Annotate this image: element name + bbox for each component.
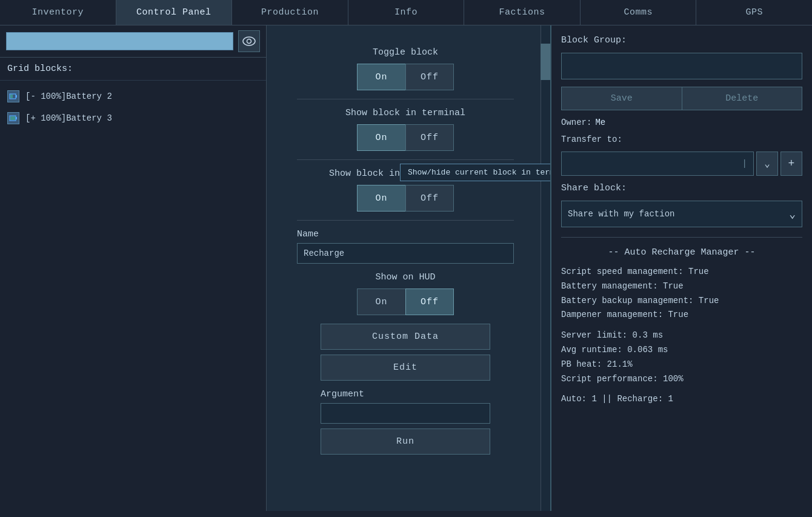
divider-3 bbox=[297, 220, 514, 221]
name-label: Name bbox=[297, 229, 514, 239]
transfer-dropdown[interactable]: | bbox=[561, 152, 754, 176]
eye-button[interactable] bbox=[238, 30, 260, 52]
show-toolbar-buttons: On Off bbox=[357, 185, 454, 212]
show-hud-label: Show on HUD bbox=[375, 272, 435, 282]
info-line-3: Dampener management: True bbox=[561, 308, 802, 322]
svg-rect-3 bbox=[16, 95, 17, 98]
block-list: [- 100%]Battery 2 [+ 100%]Battery 3 bbox=[0, 81, 266, 511]
search-bar bbox=[0, 25, 266, 58]
delete-button[interactable]: Delete bbox=[682, 87, 803, 110]
auto-recharge-title: -- Auto Recharge Manager -- bbox=[561, 247, 802, 258]
block-name: [- 100%]Battery 2 bbox=[25, 92, 112, 101]
transfer-dropdown-arrow[interactable]: ⌄ bbox=[756, 152, 778, 176]
transfer-label: Transfer to: bbox=[561, 135, 802, 144]
run-button[interactable]: Run bbox=[321, 429, 490, 455]
show-terminal-buttons: On Off bbox=[357, 124, 454, 151]
tab-gps[interactable]: GPS bbox=[696, 0, 812, 25]
info-line-0: Script speed management: True bbox=[561, 265, 802, 279]
info-line-10: Auto: 1 || Recharge: 1 bbox=[561, 392, 802, 407]
toggle-block-label: Toggle block bbox=[373, 47, 438, 58]
transfer-row: | ⌄ + bbox=[561, 152, 802, 176]
show-toolbar-off-button[interactable]: Off bbox=[405, 185, 454, 212]
center-panel: Toggle block On Off Show block in termin… bbox=[267, 25, 551, 511]
center-content: Toggle block On Off Show block in termin… bbox=[267, 25, 550, 479]
tab-factions[interactable]: Factions bbox=[464, 0, 581, 25]
info-line-8: Script performance: 100% bbox=[561, 372, 802, 387]
battery-icon bbox=[7, 112, 19, 124]
toggle-block-buttons: On Off bbox=[357, 64, 454, 90]
grid-blocks-label: Grid blocks: bbox=[0, 58, 266, 81]
share-dropdown-arrow[interactable]: ⌄ bbox=[789, 207, 796, 221]
edit-button[interactable]: Edit bbox=[321, 355, 490, 381]
name-section: Name bbox=[297, 229, 514, 264]
info-line-6: Avg runtime: 0.063 ms bbox=[561, 343, 802, 358]
tab-info[interactable]: Info bbox=[348, 0, 465, 25]
info-line-7: PB heat: 21.1% bbox=[561, 358, 802, 372]
divider-1 bbox=[297, 99, 514, 99]
show-toolbar-on-button[interactable]: On bbox=[357, 185, 405, 212]
right-panel: Block Group: Save Delete Owner: Me Trans… bbox=[551, 25, 812, 511]
list-item[interactable]: [+ 100%]Battery 3 bbox=[0, 107, 266, 129]
show-hud-section: Show on HUD On Off bbox=[297, 272, 514, 315]
svg-rect-4 bbox=[10, 95, 13, 98]
main-layout: Grid blocks: [- 100%]Battery 2 [+ 100%]B… bbox=[0, 25, 812, 511]
custom-data-button[interactable]: Custom Data bbox=[321, 324, 490, 350]
top-tabs: Inventory Control Panel Production Info … bbox=[0, 0, 812, 25]
argument-label: Argument bbox=[321, 389, 490, 399]
toggle-block-section: Toggle block On Off bbox=[297, 47, 514, 90]
save-delete-row: Save Delete bbox=[561, 87, 802, 110]
show-terminal-off-button[interactable]: Off bbox=[405, 124, 454, 151]
tab-inventory[interactable]: Inventory bbox=[0, 0, 116, 25]
svg-rect-7 bbox=[10, 116, 15, 120]
transfer-plus-button[interactable]: + bbox=[780, 152, 802, 176]
info-line-2: Battery backup management: True bbox=[561, 294, 802, 309]
svg-point-0 bbox=[243, 37, 255, 45]
share-dropdown-text: Share with my faction bbox=[568, 209, 789, 219]
argument-input[interactable] bbox=[321, 403, 490, 424]
svg-point-1 bbox=[247, 39, 251, 44]
dropdown-pipe: | bbox=[742, 159, 747, 168]
show-hud-on-button[interactable]: On bbox=[357, 289, 405, 315]
divider-2 bbox=[297, 159, 514, 160]
show-hud-buttons: On Off bbox=[357, 289, 454, 315]
left-panel: Grid blocks: [- 100%]Battery 2 [+ 100%]B… bbox=[0, 25, 267, 511]
show-toolbar-label: Show block in toolbar config bbox=[329, 168, 482, 179]
show-hud-off-button[interactable]: Off bbox=[405, 289, 454, 315]
right-divider-1 bbox=[561, 237, 802, 238]
owner-value: Me bbox=[595, 118, 605, 127]
toggle-off-button[interactable]: Off bbox=[405, 64, 454, 90]
block-group-label: Block Group: bbox=[561, 35, 802, 45]
svg-rect-6 bbox=[16, 117, 17, 119]
show-terminal-label: Show block in terminal bbox=[345, 108, 465, 118]
save-button[interactable]: Save bbox=[561, 87, 682, 110]
info-group: Script speed management: True Battery ma… bbox=[561, 265, 802, 407]
name-input[interactable] bbox=[297, 243, 514, 264]
share-label: Share block: bbox=[561, 183, 802, 193]
info-line-5: Server limit: 0.3 ms bbox=[561, 329, 802, 343]
tab-production[interactable]: Production bbox=[232, 0, 348, 25]
block-group-input[interactable] bbox=[561, 53, 802, 79]
toggle-on-button[interactable]: On bbox=[357, 64, 405, 90]
info-line-1: Battery management: True bbox=[561, 279, 802, 294]
owner-label: Owner: bbox=[561, 118, 591, 127]
show-terminal-section: Show block in terminal On Off bbox=[297, 108, 514, 151]
scrollbar-thumb[interactable] bbox=[541, 44, 550, 80]
argument-section: Argument bbox=[321, 389, 490, 424]
battery-icon bbox=[7, 90, 19, 102]
show-toolbar-section: Show block in toolbar config On Off bbox=[297, 168, 514, 212]
search-input[interactable] bbox=[6, 32, 233, 50]
list-item[interactable]: [- 100%]Battery 2 bbox=[0, 85, 266, 107]
block-name: [+ 100%]Battery 3 bbox=[25, 113, 112, 123]
tab-control-panel[interactable]: Control Panel bbox=[116, 0, 233, 25]
tab-comms[interactable]: Comms bbox=[581, 0, 697, 25]
share-dropdown[interactable]: Share with my faction ⌄ bbox=[561, 201, 802, 227]
show-terminal-on-button[interactable]: On bbox=[357, 124, 405, 151]
owner-row: Owner: Me bbox=[561, 118, 802, 127]
scrollbar-track[interactable] bbox=[541, 25, 550, 511]
